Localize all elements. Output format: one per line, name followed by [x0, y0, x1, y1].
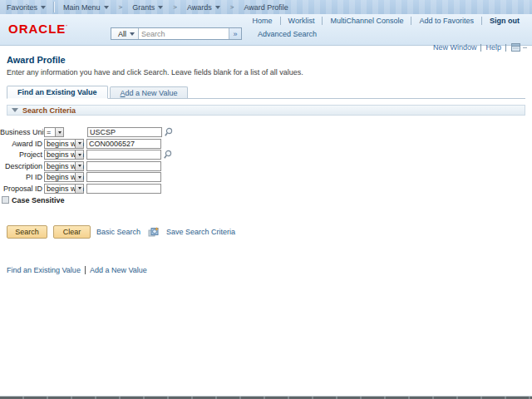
field-label: Proposal ID	[0, 185, 44, 193]
field-row-description: Description begins with	[0, 161, 532, 171]
search-go-button[interactable]: »	[229, 28, 241, 39]
tab-strip: Find an Existing Value Add a New Value	[7, 86, 525, 99]
breadcrumb: Favorites Main Menu > Grants > Awards > …	[0, 0, 532, 14]
lookup-magnifier-icon[interactable]	[164, 127, 173, 137]
case-sensitive-label: Case Sensitive	[12, 196, 65, 204]
operator-select[interactable]: =	[44, 127, 64, 137]
multichannel-console-link[interactable]: MultiChannel Console	[323, 17, 411, 25]
basic-search-link[interactable]: Basic Search	[96, 228, 140, 236]
page-bar: New Window Help	[429, 43, 527, 52]
bottom-link-add-new[interactable]: Add a New Value	[90, 266, 147, 274]
field-label: PI ID	[0, 173, 44, 181]
page-title: Award Profile	[7, 55, 66, 65]
breadcrumb-award-profile[interactable]: Award Profile	[235, 0, 296, 14]
new-window-link[interactable]: New Window	[429, 43, 481, 52]
bottom-links-divider	[85, 266, 86, 274]
award-profile-page: Favorites Main Menu > Grants > Awards > …	[0, 0, 532, 399]
breadcrumb-main-menu[interactable]: Main Menu	[55, 0, 117, 14]
page-bar-divider	[505, 44, 506, 52]
tab-label: Add a New Value	[121, 89, 178, 97]
breadcrumb-label: Favorites	[7, 3, 37, 12]
section-title: Search Criteria	[22, 106, 76, 115]
page-bar-dash	[523, 47, 527, 48]
breadcrumb-grants[interactable]: Grants	[124, 0, 171, 14]
bottom-window-edge	[0, 396, 532, 399]
home-link[interactable]: Home	[245, 17, 281, 25]
search-input[interactable]	[139, 28, 229, 39]
tab-find-existing-value[interactable]: Find an Existing Value	[7, 86, 108, 99]
breadcrumb-label: Main Menu	[63, 3, 101, 12]
chevron-down-icon	[215, 6, 220, 9]
chevron-down-icon	[55, 128, 63, 136]
project-input[interactable]	[86, 150, 161, 160]
chevron-down-icon	[75, 185, 83, 193]
tab-add-new-value[interactable]: Add a New Value	[110, 86, 189, 98]
worklist-link[interactable]: Worklist	[281, 17, 323, 25]
collapse-triangle-icon	[12, 108, 18, 112]
lookup-magnifier-icon[interactable]	[163, 150, 172, 160]
description-input[interactable]	[86, 161, 161, 171]
breadcrumb-label: Award Profile	[244, 3, 288, 12]
bottom-link-find-existing[interactable]: Find an Existing Value	[7, 266, 81, 274]
case-sensitive-row: Case Sensitive	[2, 196, 532, 204]
field-row-award-id: Award ID begins with	[0, 139, 532, 149]
search-criteria-section-header[interactable]: Search Criteria	[7, 105, 525, 116]
field-row-project: Project begins with	[0, 150, 532, 160]
search-button[interactable]: Search	[7, 225, 47, 239]
bottom-links: Find an Existing Value Add a New Value	[7, 266, 147, 274]
breadcrumb-separator: >	[117, 3, 125, 11]
oracle-logo: ORACLE’	[8, 22, 68, 36]
field-label: Description	[0, 162, 44, 170]
proposal-id-input[interactable]	[86, 184, 161, 194]
award-id-input[interactable]	[86, 139, 161, 149]
add-to-favorites-link[interactable]: Add to Favorites	[411, 17, 482, 25]
advanced-search-link[interactable]: Advanced Search	[258, 30, 317, 38]
field-label: Award ID	[0, 140, 44, 148]
save-search-icon[interactable]	[148, 227, 159, 237]
search-criteria-form: Business Unit = Award ID begins with	[0, 127, 532, 204]
breadcrumb-favorites[interactable]: Favorites	[7, 0, 54, 14]
field-label: Project	[0, 150, 44, 159]
chevron-down-icon	[158, 6, 163, 9]
tab-label: Find an Existing Value	[17, 88, 97, 96]
chevron-down-icon	[104, 6, 109, 9]
chevron-down-icon	[130, 32, 135, 36]
search-scope-dropdown[interactable]: All	[111, 28, 139, 39]
global-search: All »	[111, 27, 242, 40]
operator-select[interactable]: begins with	[44, 184, 84, 194]
chevron-down-icon	[41, 6, 46, 9]
help-link[interactable]: Help	[481, 43, 505, 52]
case-sensitive-checkbox[interactable]	[2, 196, 9, 204]
field-row-pi-id: PI ID begins with	[0, 172, 532, 182]
breadcrumb-label: Grants	[132, 3, 155, 12]
breadcrumb-awards[interactable]: Awards	[179, 0, 229, 14]
business-unit-input[interactable]	[87, 127, 162, 137]
breadcrumb-separator: >	[229, 3, 236, 11]
chevron-down-icon	[75, 173, 83, 181]
breadcrumb-separator: >	[171, 3, 179, 11]
personalize-page-icon[interactable]	[511, 43, 520, 52]
field-row-business-unit: Business Unit =	[0, 127, 532, 137]
header-links: Home Worklist MultiChannel Console Add t…	[245, 17, 527, 25]
chevron-down-icon	[75, 162, 83, 170]
operator-select[interactable]: begins with	[44, 139, 84, 149]
field-label: Business Unit	[0, 128, 44, 136]
save-search-criteria-link[interactable]: Save Search Criteria	[166, 228, 235, 236]
field-row-proposal-id: Proposal ID begins with	[0, 184, 532, 194]
action-row: Search Clear Basic Search Save Search Cr…	[7, 225, 235, 239]
clear-button[interactable]: Clear	[53, 225, 91, 239]
search-scope-value: All	[118, 30, 126, 38]
operator-select[interactable]: begins with	[44, 150, 84, 160]
instruction-text: Enter any information you have and click…	[7, 68, 303, 76]
chevron-down-icon	[75, 140, 83, 148]
chevron-down-icon	[75, 150, 83, 159]
sign-out-link[interactable]: Sign out	[482, 17, 527, 25]
pi-id-input[interactable]	[86, 172, 161, 182]
operator-select[interactable]: begins with	[44, 172, 84, 182]
header: ORACLE’ Home Worklist MultiChannel Conso…	[0, 14, 532, 46]
operator-select[interactable]: begins with	[44, 161, 84, 171]
breadcrumb-label: Awards	[187, 3, 212, 12]
